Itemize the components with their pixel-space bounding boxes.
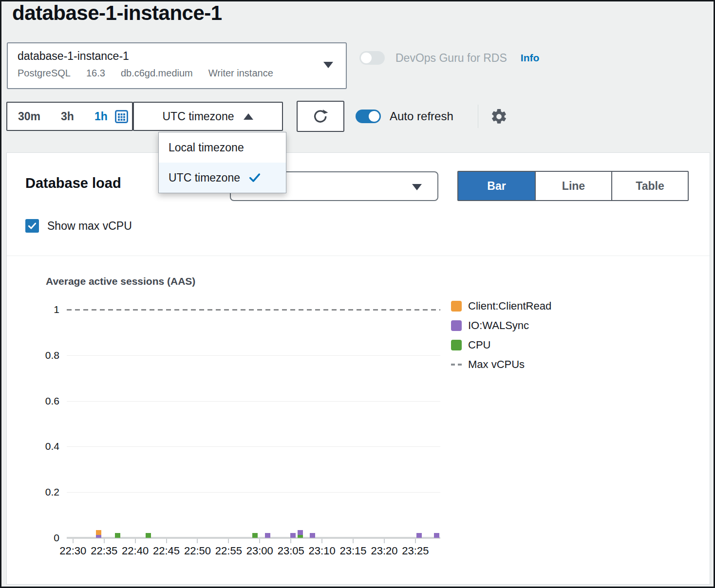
refresh-button[interactable]: [297, 101, 344, 132]
gridline-0.4: [67, 446, 440, 447]
x-tick: [353, 539, 354, 543]
x-tick: [228, 539, 229, 543]
bar-2259-cpu[interactable]: [252, 533, 258, 538]
bar-2305-io-walsync[interactable]: [290, 533, 296, 538]
aas-bar-chart: 00.20.40.60.8122:3022:3522:4022:4522:502…: [7, 153, 710, 584]
auto-refresh-label: Auto refresh: [390, 110, 453, 123]
legend-swatch: [451, 340, 462, 350]
legend-item-client-clientread: Client:ClientRead: [451, 300, 551, 312]
instance-role: Writer instance: [208, 68, 273, 79]
x-tick: [104, 539, 105, 543]
gridline-0.2: [67, 492, 440, 493]
range-option-30m[interactable]: 30m: [18, 110, 40, 123]
settings-gear-icon[interactable]: [490, 108, 508, 128]
dash: [451, 364, 455, 366]
bar-2306-io-walsync[interactable]: [298, 530, 303, 535]
toggle-knob: [361, 53, 372, 63]
legend-item-io-walsync: IO:WALSync: [451, 320, 529, 331]
bar-2234-client-clientread[interactable]: [96, 530, 101, 535]
legend-item-cpu: CPU: [451, 339, 490, 351]
rds-performance-insights-screen: database-1-instance-1 database-1-instanc…: [0, 0, 715, 588]
instance-version: 16.3: [86, 68, 105, 79]
chevron-down-icon: [323, 62, 333, 68]
menu-item-utc-timezone[interactable]: UTC timezone: [159, 163, 286, 193]
legend-swatch: [451, 301, 462, 312]
calendar-icon-svg: [115, 110, 128, 123]
auto-refresh-row: Auto refresh: [356, 110, 453, 123]
database-load-card: Database load BarLineTable Show max vCPU…: [6, 152, 710, 585]
instance-meta: PostgreSQL 16.3 db.c6gd.medium Writer in…: [18, 68, 273, 79]
toggle-knob: [369, 111, 379, 122]
range-option-1h[interactable]: 1h: [94, 110, 108, 123]
timezone-dropdown-button[interactable]: UTC timezone: [133, 102, 283, 131]
y-axis-label-0.2: 0.2: [30, 486, 59, 498]
max-vcpus-line: [67, 309, 440, 311]
bar-2301-io-walsync[interactable]: [265, 533, 270, 538]
chevron-up-icon: [244, 113, 253, 120]
bar-2242-cpu[interactable]: [146, 533, 151, 538]
instance-selector[interactable]: database-1-instance-1 PostgreSQL 16.3 db…: [7, 42, 347, 89]
bar-2308-io-walsync[interactable]: [310, 533, 315, 538]
devops-guru-info-link[interactable]: Info: [521, 52, 539, 64]
bar-2237-cpu[interactable]: [115, 533, 120, 538]
page-title: database-1-instance-1: [12, 1, 222, 25]
legend-label: CPU: [468, 339, 490, 351]
auto-refresh-toggle[interactable]: [356, 110, 381, 123]
y-axis-label-0.4: 0.4: [30, 440, 59, 453]
bar-2234-io-walsync[interactable]: [96, 535, 101, 538]
devops-guru-row: DevOps Guru for RDS Info: [359, 51, 539, 65]
x-tick: [415, 539, 416, 543]
timezone-dropdown-menu: Local timezoneUTC timezone: [158, 132, 286, 193]
y-axis-label-0.8: 0.8: [30, 349, 59, 362]
instance-engine: PostgreSQL: [18, 68, 71, 79]
x-tick: [290, 539, 291, 543]
devops-guru-toggle[interactable]: [359, 51, 385, 65]
legend-dash-swatch: [451, 364, 462, 366]
devops-guru-label: DevOps Guru for RDS: [395, 52, 507, 65]
x-tick: [135, 539, 136, 543]
x-tick: [73, 539, 74, 543]
x-tick: [384, 539, 385, 543]
bar-2328-io-walsync[interactable]: [434, 533, 439, 538]
y-axis-label-0.6: 0.6: [30, 395, 59, 407]
menu-item-label: UTC timezone: [169, 171, 240, 184]
time-range-selector: 30m3h1h: [6, 102, 133, 131]
bar-2325-io-walsync[interactable]: [416, 533, 422, 538]
legend-label: Client:ClientRead: [468, 300, 551, 312]
calendar-icon[interactable]: [115, 110, 128, 123]
refresh-icon: [312, 108, 329, 125]
time-range-options: 30m3h1h: [18, 110, 108, 123]
check-icon: [248, 171, 262, 184]
range-option-3h[interactable]: 3h: [61, 110, 74, 123]
vertical-divider: [478, 105, 478, 128]
x-axis-label-23-25: 23:25: [397, 545, 434, 557]
y-axis-label-0: 0: [30, 532, 59, 544]
bar-2306-cpu[interactable]: [298, 535, 303, 538]
gear-icon-svg: [490, 108, 508, 126]
legend-swatch: [451, 320, 462, 331]
x-tick: [321, 539, 322, 543]
gridline-0.6: [67, 401, 440, 402]
menu-item-label: Local timezone: [169, 141, 244, 154]
menu-item-local-timezone[interactable]: Local timezone: [159, 132, 286, 163]
x-tick: [166, 539, 167, 543]
instance-class: db.c6gd.medium: [121, 68, 193, 79]
x-tick: [259, 539, 260, 543]
legend-label: Max vCPUs: [468, 358, 525, 371]
y-axis-label-1: 1: [30, 303, 59, 316]
gridline-0.8: [67, 355, 440, 356]
dash: [458, 364, 462, 366]
x-tick: [197, 539, 198, 543]
legend-label: IO:WALSync: [468, 319, 529, 332]
timezone-button-label: UTC timezone: [163, 110, 234, 123]
legend-item-max-vcpus: Max vCPUs: [451, 359, 525, 370]
instance-name: database-1-instance-1: [18, 50, 129, 63]
